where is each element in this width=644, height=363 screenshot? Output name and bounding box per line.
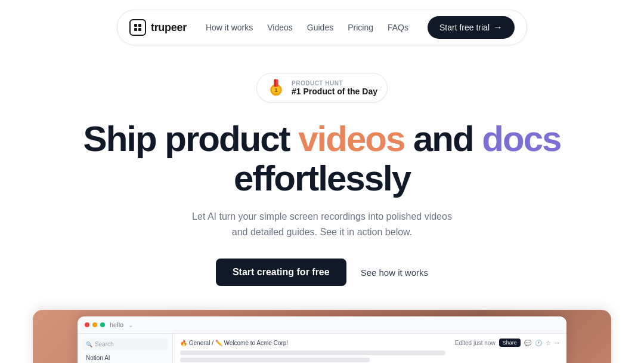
demo-sidebar-notion-ai[interactable]: Notion AI	[82, 352, 168, 363]
demo-actions: Edited just now Share 💬 🕐 ☆ ···	[455, 339, 559, 347]
hero-heading: Ship product videos and docs effortlessl…	[83, 119, 561, 198]
arrow-icon: →	[493, 22, 503, 33]
logo[interactable]: trupeer	[129, 19, 187, 36]
demo-top-bar: 🔥 General / ✏️ Welcome to Acme Corp! Edi…	[180, 339, 559, 347]
heading-part2: and	[404, 119, 482, 159]
breadcrumb-emoji: 🔥	[180, 340, 189, 346]
nav-link-how-it-works[interactable]: How it works	[206, 23, 253, 32]
svg-rect-8	[274, 79, 276, 87]
medal-icon: 1	[267, 78, 286, 97]
svg-rect-2	[134, 28, 137, 31]
svg-text:1: 1	[275, 87, 278, 93]
ph-label: PRODUCT HUNT	[292, 80, 343, 87]
demo-area: hello ⌄ 🔍 Search Notion AI 🔥 General /	[33, 310, 611, 363]
ph-text: PRODUCT HUNT #1 Product of the Day	[292, 80, 377, 96]
cta-row: Start creating for free See how it works	[216, 259, 428, 286]
demo-sidebar: 🔍 Search Notion AI	[78, 334, 173, 363]
more-icon[interactable]: ···	[555, 340, 559, 346]
nav-link-videos[interactable]: Videos	[267, 23, 293, 32]
svg-rect-0	[134, 24, 137, 27]
demo-window-title: hello	[110, 321, 123, 328]
see-how-it-works-button[interactable]: See how it works	[361, 267, 428, 278]
logo-text: trupeer	[151, 21, 187, 34]
start-creating-button[interactable]: Start creating for free	[216, 259, 346, 286]
navbar-inner: trupeer How it works Videos Guides Prici…	[117, 10, 527, 45]
maximize-dot	[100, 322, 105, 327]
demo-breadcrumb-icon: ⌄	[128, 322, 133, 328]
content-line-2	[180, 358, 370, 362]
demo-window-bar: hello ⌄	[78, 316, 566, 334]
navbar: trupeer How it works Videos Guides Prici…	[0, 0, 644, 55]
clock-icon: 🕐	[535, 340, 542, 346]
svg-rect-1	[138, 24, 141, 27]
close-dot	[85, 322, 89, 327]
nav-link-pricing[interactable]: Pricing	[348, 23, 373, 32]
window-controls	[85, 322, 105, 327]
demo-window-body: 🔍 Search Notion AI 🔥 General / ✏️ Welcom…	[78, 334, 566, 363]
demo-search-bar[interactable]: 🔍 Search	[82, 339, 168, 350]
search-icon: 🔍	[86, 342, 92, 347]
demo-main-content: 🔥 General / ✏️ Welcome to Acme Corp! Edi…	[173, 334, 566, 363]
start-free-trial-button[interactable]: Start free trial →	[428, 16, 515, 39]
nav-link-faqs[interactable]: FAQs	[388, 23, 408, 32]
ph-title: #1 Product of the Day	[292, 87, 377, 96]
demo-search-text: Search	[95, 341, 114, 347]
product-hunt-badge[interactable]: 1 PRODUCT HUNT #1 Product of the Day	[256, 73, 388, 103]
heading-part1: Ship product	[83, 119, 299, 159]
hero-subtitle: Let AI turn your simple screen recording…	[185, 209, 459, 239]
minimize-dot	[92, 322, 97, 327]
share-button[interactable]: Share	[499, 339, 521, 347]
heading-docs: docs	[482, 119, 561, 159]
demo-window: hello ⌄ 🔍 Search Notion AI 🔥 General /	[78, 316, 566, 363]
svg-rect-3	[138, 28, 141, 31]
edited-status: Edited just now	[455, 340, 496, 346]
demo-content-lines	[180, 350, 559, 362]
hero-section: 1 PRODUCT HUNT #1 Product of the Day Shi…	[0, 55, 644, 310]
star-icon: ☆	[546, 340, 551, 346]
content-line-1	[180, 350, 445, 355]
logo-icon	[129, 19, 146, 36]
heading-videos: videos	[298, 119, 404, 159]
nav-links: How it works Videos Guides Pricing FAQs	[206, 23, 408, 32]
nav-link-guides[interactable]: Guides	[307, 23, 333, 32]
heading-part3: effortlessly	[234, 158, 410, 198]
demo-breadcrumb: 🔥 General / ✏️ Welcome to Acme Corp!	[180, 340, 288, 346]
comment-icon: 💬	[524, 340, 531, 346]
